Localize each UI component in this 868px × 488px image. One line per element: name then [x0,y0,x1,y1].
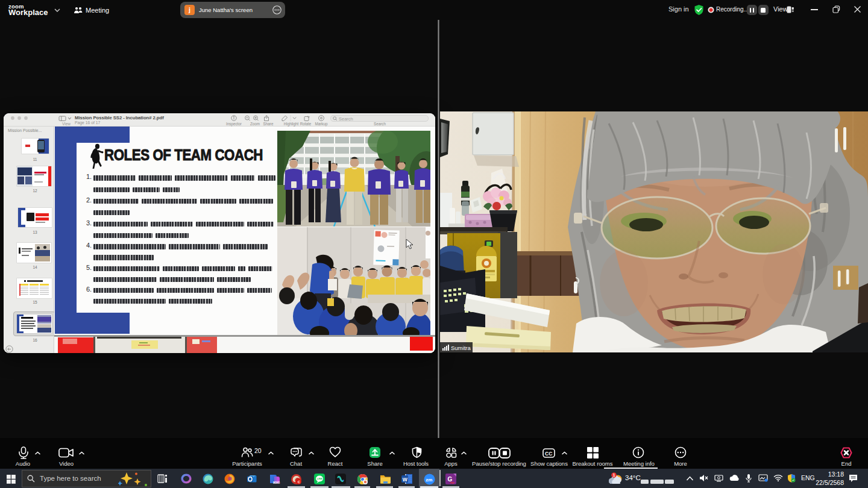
svg-text:C: C [298,480,301,484]
svg-text:PDF: PDF [450,482,455,484]
svg-text:zm: zm [426,477,432,483]
svg-text:W: W [403,477,408,483]
svg-text:Sumitra: Sumitra [451,345,471,351]
svg-text:LINE: LINE [317,477,322,480]
svg-text:1: 1 [613,473,615,477]
svg-text:M365: M365 [273,481,280,484]
svg-text:CC: CC [545,451,552,457]
